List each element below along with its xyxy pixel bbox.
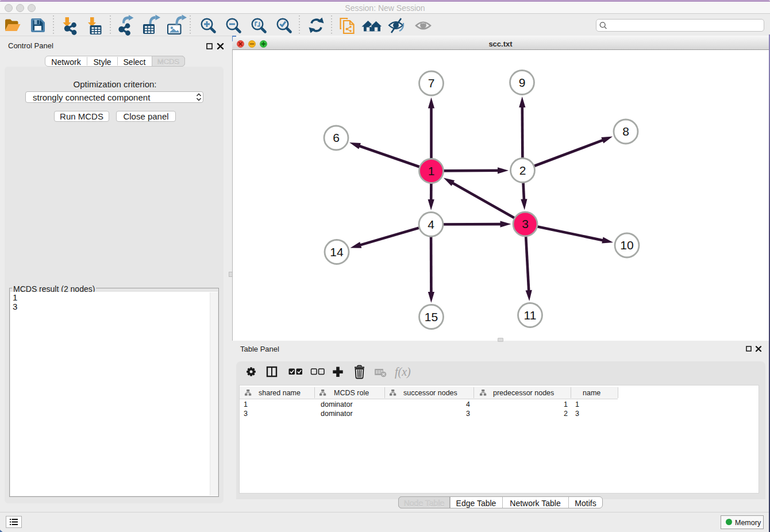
svg-text:2: 2 [519,164,526,177]
svg-text:predecessor nodes: predecessor nodes [493,389,554,397]
svg-text:1: 1 [428,164,435,178]
svg-text:f(x): f(x) [395,365,411,379]
svg-text:9: 9 [519,76,526,89]
svg-text:shared name: shared name [259,389,301,397]
svg-text:10: 10 [620,238,633,252]
svg-text:15: 15 [425,310,438,323]
svg-text:MCDS role: MCDS role [334,389,369,397]
svg-text:6: 6 [333,131,340,144]
svg-text:successor nodes: successor nodes [403,389,457,397]
svg-text:3: 3 [522,217,529,230]
svg-text:14: 14 [330,245,344,259]
svg-text:4: 4 [428,218,434,231]
svg-text:name: name [583,389,600,397]
svg-text:8: 8 [622,125,629,138]
svg-text:7: 7 [428,76,435,90]
svg-text:11: 11 [524,309,537,322]
